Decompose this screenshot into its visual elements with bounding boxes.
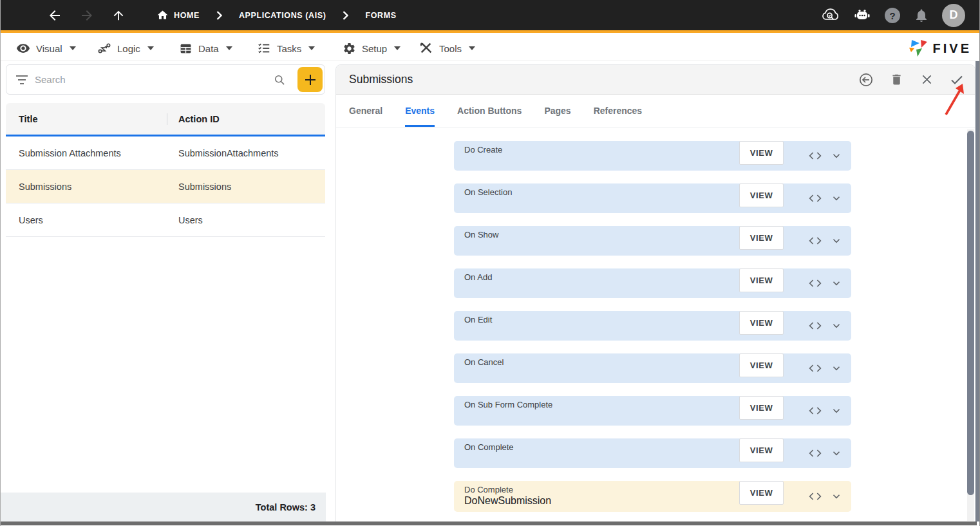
event-field[interactable]: Do Complete DoNewSubmission xyxy=(454,481,851,512)
event-field-label: On Complete xyxy=(464,442,514,452)
chevron-down-icon[interactable] xyxy=(831,235,842,247)
view-button[interactable]: VIEW xyxy=(739,438,784,462)
chevron-down-icon[interactable] xyxy=(831,405,842,417)
search-input[interactable] xyxy=(35,74,273,85)
cloud-search-icon[interactable] xyxy=(821,7,840,24)
tab[interactable]: Pages xyxy=(544,95,570,127)
vertical-scrollbar[interactable] xyxy=(967,129,974,521)
total-rows-label: Total Rows: 3 xyxy=(256,502,316,512)
chevron-down-icon[interactable] xyxy=(831,150,842,162)
chevron-down-icon[interactable] xyxy=(831,193,842,204)
view-button[interactable]: VIEW xyxy=(739,141,784,165)
back-icon[interactable] xyxy=(47,8,62,23)
menu-setup[interactable]: Setup xyxy=(343,35,400,61)
event-field[interactable]: Do Create xyxy=(454,141,851,171)
view-button[interactable]: VIEW xyxy=(739,268,784,292)
view-button[interactable]: VIEW xyxy=(739,396,784,420)
menu-visual[interactable]: Visual xyxy=(16,35,76,61)
filter-icon[interactable] xyxy=(15,75,28,85)
menu-tasks[interactable]: Tasks xyxy=(257,35,315,61)
code-icon[interactable] xyxy=(809,150,822,162)
horizontal-scrollbar[interactable] xyxy=(1,521,977,525)
chatbot-icon[interactable] xyxy=(853,8,871,23)
column-header-action-id[interactable]: Action ID xyxy=(165,114,220,124)
code-icon[interactable] xyxy=(809,447,822,459)
event-field-label: On Show xyxy=(464,230,498,240)
event-field[interactable]: On Selection xyxy=(454,183,851,213)
cell-title: Users xyxy=(6,215,165,225)
code-icon[interactable] xyxy=(809,362,822,374)
code-icon[interactable] xyxy=(809,193,822,204)
menu-logic[interactable]: Logic xyxy=(97,35,154,61)
event-field[interactable]: On Cancel xyxy=(454,353,851,383)
help-icon[interactable]: ? xyxy=(884,7,901,24)
chevron-down-icon[interactable] xyxy=(831,320,842,332)
forward-icon[interactable] xyxy=(79,8,95,23)
event-field[interactable]: On Complete xyxy=(454,438,851,468)
tab[interactable]: Events xyxy=(405,95,435,127)
search-icon[interactable] xyxy=(273,73,286,86)
caret-down-icon xyxy=(226,46,232,50)
record-detail-panel: Submissions General E xyxy=(335,64,975,523)
event-field-label: On Sub Form Complete xyxy=(464,400,552,409)
view-button[interactable]: VIEW xyxy=(739,481,784,505)
notifications-icon[interactable] xyxy=(914,7,929,24)
breadcrumb-forms[interactable]: FORMS xyxy=(365,11,396,20)
table-body: Submission Attachments SubmissionAttachm… xyxy=(6,136,325,237)
code-icon[interactable] xyxy=(809,235,822,247)
event-field[interactable]: On Sub Form Complete xyxy=(454,396,851,426)
caret-down-icon xyxy=(394,46,400,50)
event-field-label: Do Complete xyxy=(464,485,513,494)
avatar[interactable]: D xyxy=(942,4,965,27)
window-edge-scrollbar[interactable] xyxy=(975,61,979,521)
view-button[interactable]: VIEW xyxy=(739,226,784,250)
caret-down-icon xyxy=(147,46,154,50)
view-button[interactable]: VIEW xyxy=(739,183,784,207)
code-icon[interactable] xyxy=(809,405,822,417)
code-icon[interactable] xyxy=(809,320,822,332)
table-header: Title Action ID xyxy=(6,103,325,135)
event-field-value: DoNewSubmission xyxy=(464,495,551,507)
event-field[interactable]: On Edit xyxy=(454,311,851,341)
code-icon[interactable] xyxy=(809,277,822,289)
event-field[interactable]: On Show xyxy=(454,226,851,256)
add-record-button[interactable] xyxy=(297,67,323,92)
chevron-down-icon[interactable] xyxy=(831,491,842,502)
chevron-down-icon[interactable] xyxy=(831,447,842,459)
home-icon[interactable] xyxy=(156,9,169,21)
event-field-label: On Add xyxy=(464,272,492,282)
delete-icon[interactable] xyxy=(889,72,904,88)
tab[interactable]: References xyxy=(594,95,643,127)
scrollbar-thumb[interactable] xyxy=(967,131,974,495)
table-row[interactable]: Submissions Submissions xyxy=(6,170,325,203)
breadcrumb-applications[interactable]: APPLICATIONS (AIS) xyxy=(239,11,326,20)
save-icon[interactable] xyxy=(949,72,965,88)
chevron-down-icon[interactable] xyxy=(831,362,842,374)
tab[interactable]: General xyxy=(349,95,382,127)
chevron-down-icon[interactable] xyxy=(831,277,842,289)
chevron-right-icon xyxy=(216,11,222,20)
tasks-checklist-icon xyxy=(257,41,271,55)
menu-tools[interactable]: Tools xyxy=(419,35,475,61)
view-button[interactable]: VIEW xyxy=(739,353,784,377)
events-form: Do Create VIEW On Selection xyxy=(336,128,966,522)
cell-action-id: Submissions xyxy=(165,182,231,192)
hamburger-menu-icon[interactable] xyxy=(15,9,32,22)
close-icon[interactable] xyxy=(919,72,934,88)
caret-down-icon xyxy=(469,46,475,50)
event-field[interactable]: On Add xyxy=(454,268,851,298)
code-icon[interactable] xyxy=(809,491,822,502)
revert-icon[interactable] xyxy=(858,72,874,88)
table-row[interactable]: Submission Attachments SubmissionAttachm… xyxy=(6,136,325,170)
table-row[interactable]: Users Users xyxy=(6,203,325,237)
view-button[interactable]: VIEW xyxy=(739,311,784,335)
column-header-title[interactable]: Title xyxy=(6,114,165,124)
tab[interactable]: Action Buttons xyxy=(457,95,522,127)
menu-data[interactable]: Data xyxy=(179,35,232,61)
eye-icon xyxy=(16,41,30,55)
tools-icon xyxy=(419,41,433,55)
data-table-icon xyxy=(179,42,193,55)
menu-toolbar: Visual Logic Data Tasks xyxy=(1,35,980,61)
up-icon[interactable] xyxy=(111,8,126,23)
breadcrumb-home[interactable]: HOME xyxy=(174,11,200,20)
